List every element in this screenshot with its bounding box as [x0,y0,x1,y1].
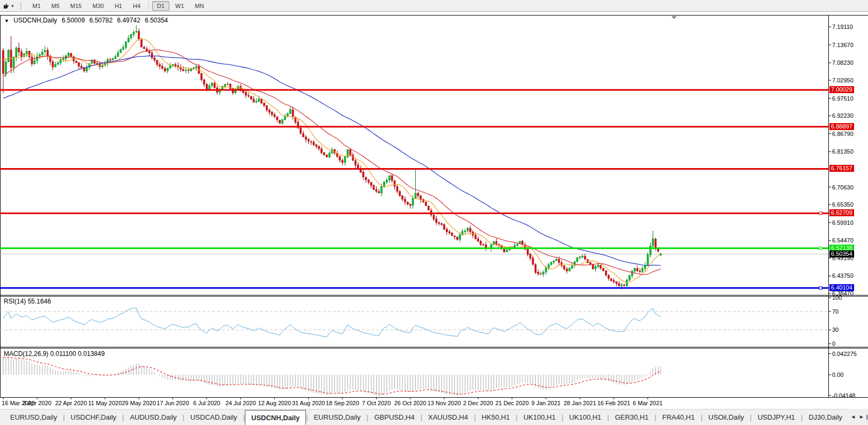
macd-indicator-label: MACD(12,26,9) 0.011100 0.013849 [4,350,104,358]
price-axis-tick: 7.19110 [832,24,853,30]
date-axis-label: 24 Jul 2020 [226,400,256,406]
one-click-collapse-icon[interactable]: ▼ [4,18,9,24]
tab-usdcad-daily-3[interactable]: USDCAD,Daily [184,409,243,425]
tab-dj30-daily-15[interactable]: DJ30,Daily [803,409,848,425]
tab-usoil-daily-13[interactable]: USOil,Daily [702,409,750,425]
tab-eurusd-daily-0[interactable]: EURUSD,Daily [4,409,63,425]
hline-handle[interactable] [819,247,822,249]
tab-gbpusd-h4-6[interactable]: GBPUSD,H4 [369,409,421,425]
price-axis-tick: 6.92230 [832,112,854,119]
date-axis-label: 26 Oct 2020 [394,400,426,406]
rsi-axis-tick: 0 [832,340,835,347]
scroll-right-icon[interactable]: ► [859,414,864,420]
chevron-down-icon[interactable]: ▾ [11,3,14,9]
tab-scroll-arrows: ◄ ► [848,409,866,424]
date-axis-label: 31 Aug 2020 [292,400,325,406]
chart-shift-marker[interactable] [671,16,677,19]
tab-hk50-h1-8[interactable]: HK50,H1 [476,409,516,425]
hline-handle[interactable] [819,212,822,215]
timeframe-button-h4[interactable]: H4 [128,1,145,11]
timeframe-button-d1[interactable]: D1 [152,1,169,11]
price-line-tag: 6.88897 [829,123,854,130]
date-axis-label: 12 Aug 2020 [258,400,291,406]
price-axis-tick: 6.70630 [832,184,854,191]
rsi-axis-tick: 70 [832,308,839,315]
price-line-tag: 7.00029 [829,86,854,93]
date-axis-label: 6 Jul 2020 [193,400,220,406]
price-axis-tick: 6.97510 [832,95,854,102]
date-axis-label: 2 Dec 2020 [463,400,493,406]
date-axis-label: 7 Oct 2020 [362,400,391,406]
date-axis-label: 17 Jun 2020 [156,400,189,406]
price-axis-tick: 6.43750 [832,272,854,279]
chart-high-value: 6.50782 [89,17,113,24]
chart-low-value: 6.49742 [117,17,140,24]
chart-ohlc-header: ▼ USDCNH,Daily 6.50009 6.50782 6.49742 6… [4,17,171,24]
rsi-axis-tick: 30 [832,327,839,333]
hline-handle[interactable] [819,287,822,290]
price-line-tag: 6.76157 [829,165,854,172]
tab-usdchf-daily-1[interactable]: USDCHF,Daily [65,409,122,425]
chart-open-value: 6.50009 [62,17,85,24]
tab-xauusd-h4-7[interactable]: XAUUSD,H4 [422,409,474,425]
tab-uk100-h1-9[interactable]: UK100,H1 [518,409,562,425]
timeframe-button-mn[interactable]: MN [190,1,209,11]
price-axis-tick: 6.81350 [832,148,854,155]
date-axis-label: 21 Dec 2020 [495,400,528,406]
timeframe-button-m5[interactable]: M5 [47,1,64,11]
tab-audusd-daily-2[interactable]: AUDUSD,Daily [124,409,182,425]
date-axis-label: 13 Nov 2020 [428,400,461,406]
tab-ger30-h1-11[interactable]: GER30,H1 [609,409,655,425]
toolbar-grip [20,2,23,10]
date-axis-label: 9 Jan 2021 [532,400,560,406]
tab-usdjpy-h1-14[interactable]: USDJPY,H1 [752,409,801,425]
chart-cursor-icon [3,3,10,9]
date-axis-label: 18 Sep 2020 [326,400,359,406]
price-axis-tick: 6.59910 [832,219,854,226]
date-axis-label: 22 Apr 2020 [55,400,87,406]
date-axis-label: 3 Apr 2020 [23,400,51,406]
price-line-tag: 6.62709 [829,209,854,216]
timeframe-button-h1[interactable]: H1 [110,1,127,11]
date-axis-label: 16 Feb 2021 [597,400,631,406]
rsi-indicator-label: RSI(14) 55.1646 [4,298,51,305]
date-axis-label: 6 Mar 2021 [633,400,663,406]
timeframe-button-m1[interactable]: M1 [28,1,46,11]
current-price-tag: 6.50354 [829,251,854,257]
macd-axis-tick: 0.042275 [832,351,857,357]
timeframe-button-m30[interactable]: M30 [88,1,109,11]
toolbar-separator [148,2,149,10]
tab-uk100-h1-10[interactable]: UK100,H1 [563,409,607,425]
date-axis-label: 28 Jan 2021 [564,400,596,406]
price-axis-tick: 7.08230 [832,59,854,66]
charts-tool-button[interactable]: ▾ [3,3,14,9]
scroll-left-icon[interactable]: ◄ [850,414,856,420]
price-axis-tick: 7.13670 [832,42,854,48]
timeframe-button-w1[interactable]: W1 [170,1,189,11]
rsi-axis-tick: 100 [832,294,842,301]
date-axis-label: 29 May 2020 [122,400,156,406]
tab-eurusd-daily-5[interactable]: EURUSD,Daily [308,409,366,425]
chart-tabs: EURUSD,Daily|USDCHF,Daily|AUDUSD,Daily|U… [0,409,868,425]
date-axis-label: 11 May 2020 [88,400,122,406]
timeframe-toolbar: ▾ M1M5M15M30H1H4D1W1MN [0,0,868,12]
price-axis-tick: 6.65350 [832,201,854,208]
macd-axis-tick: -0.04148 [832,392,855,399]
tab-fra40-h1-12[interactable]: FRA40,H1 [656,409,701,425]
tab-usdcnh-daily-4[interactable]: USDCNH,Daily [245,410,306,425]
chart-symbol-label: USDCNH,Daily [13,17,57,24]
timeframe-button-m15[interactable]: M15 [65,1,86,11]
chart-window: ▼ USDCNH,Daily 6.50009 6.50782 6.49742 6… [0,13,868,409]
chart-canvas[interactable] [0,13,868,409]
price-axis-tick: 6.86790 [832,131,854,137]
price-line-tag: 6.40104 [829,284,854,291]
price-axis-tick: 7.02950 [832,77,854,84]
chart-close-value: 6.50354 [145,17,168,24]
macd-axis-tick: 0.00 [832,371,843,378]
price-axis-tick: 6.54470 [832,237,854,244]
